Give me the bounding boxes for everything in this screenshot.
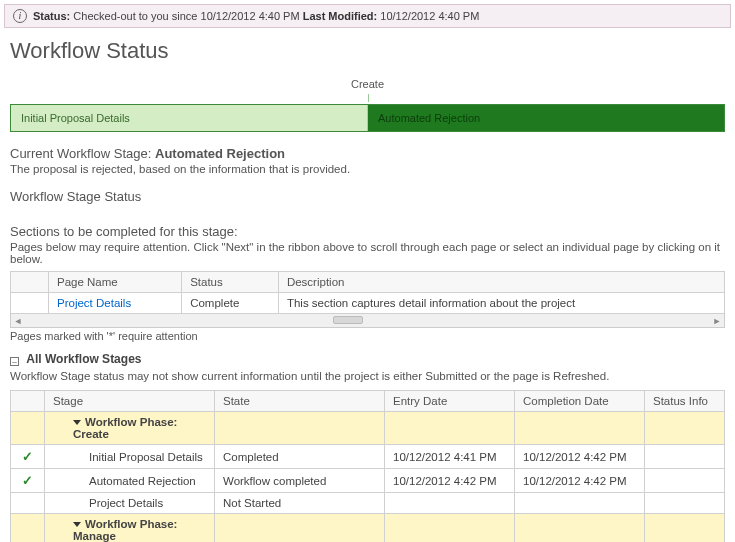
all-stages-toggle[interactable]: – All Workflow Stages (10, 352, 725, 366)
phase-row-create[interactable]: Workflow Phase: Create (11, 412, 725, 445)
stage-status-heading: Workflow Stage Status (10, 189, 725, 204)
scroll-right-icon[interactable]: ► (710, 316, 724, 326)
scroll-left-icon[interactable]: ◄ (11, 316, 25, 326)
stage-bar: Initial Proposal Details Automated Rejec… (10, 104, 725, 132)
page-title: Workflow Status (10, 38, 725, 64)
stages-col-entry[interactable]: Entry Date (385, 391, 515, 412)
info-icon: i (13, 9, 27, 23)
check-icon: ✓ (22, 473, 33, 488)
stage-row[interactable]: ✓ Automated Rejection Workflow completed… (11, 469, 725, 493)
scroll-thumb[interactable] (333, 316, 363, 324)
check-icon: ✓ (22, 449, 33, 464)
stages-col-info[interactable]: Status Info (645, 391, 725, 412)
phase-row-manage[interactable]: Workflow Phase: Manage (11, 514, 725, 543)
status-bar: i Status: Checked-out to you since 10/12… (4, 4, 731, 28)
status-label: Status: (33, 10, 70, 22)
sections-heading: Sections to be completed for this stage: (10, 224, 725, 239)
page-status: Complete (182, 293, 279, 314)
attention-note: Pages marked with '*' require attention (10, 330, 725, 342)
stages-col-completion[interactable]: Completion Date (515, 391, 645, 412)
collapse-icon: – (10, 357, 19, 366)
pages-scrollbar[interactable]: ◄ ► (10, 314, 725, 328)
current-stage-description: The proposal is rejected, based on the i… (10, 163, 725, 175)
pages-table-wrap: Page Name Status Description Project Det… (10, 271, 725, 328)
phase-tick (368, 94, 369, 102)
sections-hint: Pages below may require attention. Click… (10, 241, 725, 265)
pages-col-desc[interactable]: Description (278, 272, 724, 293)
stage-row[interactable]: ✓ Initial Proposal Details Completed 10/… (11, 445, 725, 469)
stage-initial-proposal[interactable]: Initial Proposal Details (11, 105, 368, 131)
stage-row[interactable]: Project Details Not Started (11, 493, 725, 514)
pages-col-status[interactable]: Status (182, 272, 279, 293)
pages-col-marker (11, 272, 49, 293)
pages-row[interactable]: Project Details Complete This section ca… (11, 293, 725, 314)
caret-down-icon (73, 522, 81, 527)
last-modified-label: Last Modified: (303, 10, 378, 22)
caret-down-icon (73, 420, 81, 425)
current-stage-heading: Current Workflow Stage: Automated Reject… (10, 146, 725, 161)
status-text: Checked-out to you since 10/12/2012 4:40… (73, 10, 299, 22)
page-desc: This section captures detail information… (278, 293, 724, 314)
stage-automated-rejection[interactable]: Automated Rejection (368, 105, 724, 131)
phase-label-create: Create (351, 78, 384, 90)
all-stages-hint: Workflow Stage status may not show curre… (10, 370, 725, 382)
pages-table: Page Name Status Description Project Det… (10, 271, 725, 314)
stages-col-stage[interactable]: Stage (45, 391, 215, 412)
stages-col-state[interactable]: State (215, 391, 385, 412)
stages-table: Stage State Entry Date Completion Date S… (10, 390, 725, 542)
last-modified-text: 10/12/2012 4:40 PM (380, 10, 479, 22)
pages-col-name[interactable]: Page Name (49, 272, 182, 293)
workflow-phase-diagram: Create Initial Proposal Details Automate… (10, 78, 725, 132)
page-link-project-details[interactable]: Project Details (57, 297, 131, 309)
